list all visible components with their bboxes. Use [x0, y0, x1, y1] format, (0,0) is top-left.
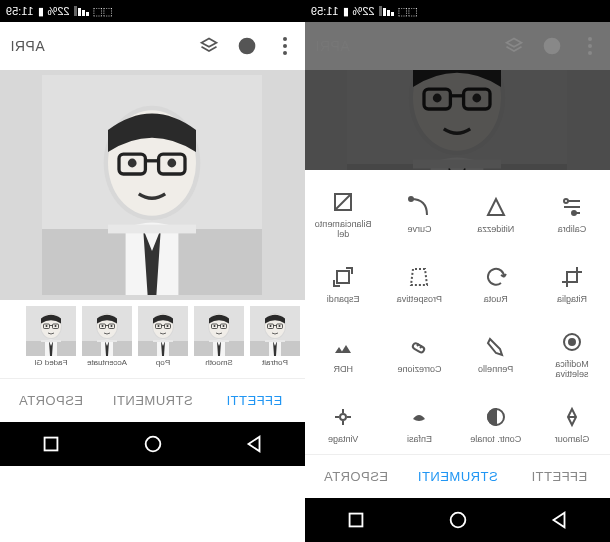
- drama-icon: [407, 405, 431, 429]
- svg-point-17: [569, 339, 575, 345]
- svg-point-27: [239, 38, 256, 55]
- svg-rect-26: [349, 514, 362, 527]
- tool-correzione[interactable]: Correzione: [381, 320, 457, 390]
- info-icon[interactable]: [542, 36, 562, 56]
- tonal-icon: [484, 405, 508, 429]
- svg-point-11: [564, 199, 568, 203]
- tab-effects[interactable]: EFFETTI: [203, 379, 305, 422]
- filter-accentuate[interactable]: Accentuate: [81, 306, 133, 378]
- status-bar: ⬚⬚ 22% ▮ 11:59: [305, 0, 610, 22]
- tab-tools[interactable]: STRUMENTI: [102, 379, 204, 422]
- tool-hdr[interactable]: HDR: [305, 320, 381, 390]
- rotate-icon: [484, 265, 508, 289]
- filter-portrait[interactable]: Portrait: [249, 306, 301, 378]
- selective-icon: [560, 330, 584, 354]
- tool-pennello[interactable]: Pennello: [458, 320, 534, 390]
- tab-tools[interactable]: STRUMENTI: [407, 455, 509, 498]
- nav-recent[interactable]: [40, 433, 62, 455]
- tool-prospettiva[interactable]: Prospettiva: [381, 250, 457, 320]
- tool-bilanciamento[interactable]: Bilanciamento del: [305, 180, 381, 250]
- svg-rect-29: [44, 438, 57, 451]
- hdr-icon: [331, 335, 355, 359]
- layers-icon[interactable]: [199, 36, 219, 56]
- menu-icon[interactable]: [580, 36, 600, 56]
- open-button[interactable]: APRI: [315, 38, 350, 54]
- open-button[interactable]: APRI: [10, 38, 45, 54]
- tool-espandi[interactable]: Espandi: [305, 250, 381, 320]
- tab-export[interactable]: ESPORTA: [305, 455, 407, 498]
- tool-glamour[interactable]: Glamour: [534, 390, 610, 454]
- screen-tools: ⬚⬚ 22% ▮ 11:59 APRI Calibra Nitidezza Cu…: [305, 0, 610, 542]
- status-bar: ⬚⬚ 22% ▮ 11:59: [0, 0, 305, 22]
- tool-selettiva[interactable]: Modifica selettiva: [534, 320, 610, 390]
- app-bar: APRI: [305, 22, 610, 70]
- photo-preview[interactable]: [0, 70, 305, 300]
- brush-icon: [484, 335, 508, 359]
- wb-icon: [331, 190, 355, 214]
- screen-effects: ⬚⬚ 22% ▮ 11:59 APRI Portrait Smooth Pop …: [0, 0, 305, 542]
- tool-vintage[interactable]: Vintage: [305, 390, 381, 454]
- tab-export[interactable]: ESPORTA: [0, 379, 102, 422]
- nav-home[interactable]: [447, 509, 469, 531]
- tool-calibra[interactable]: Calibra: [534, 180, 610, 250]
- tools-panel: Calibra Nitidezza Curve Bilanciamento de…: [305, 170, 610, 454]
- filter-faded[interactable]: Faded Gl: [25, 306, 77, 378]
- tune-icon: [560, 195, 584, 219]
- tool-ritaglia[interactable]: Ritaglia: [534, 250, 610, 320]
- bottom-tabs: EFFETTI STRUMENTI ESPORTA: [305, 454, 610, 498]
- photo-preview: [305, 70, 610, 170]
- tool-ruota[interactable]: Ruota: [458, 250, 534, 320]
- triangle-icon: [484, 195, 508, 219]
- svg-point-13: [409, 197, 413, 201]
- app-bar: APRI: [0, 22, 305, 70]
- status-battery: 22%: [353, 5, 375, 17]
- status-time: 11:59: [311, 5, 339, 17]
- android-nav: [305, 498, 610, 542]
- heal-icon: [407, 335, 431, 359]
- nav-back[interactable]: [243, 433, 265, 455]
- svg-point-28: [145, 437, 160, 452]
- nav-recent[interactable]: [345, 509, 367, 531]
- perspective-icon: [407, 265, 431, 289]
- android-nav: [0, 422, 305, 466]
- layers-icon[interactable]: [504, 36, 524, 56]
- tool-nitidezza[interactable]: Nitidezza: [458, 180, 534, 250]
- bottom-tabs: EFFETTI STRUMENTI ESPORTA: [0, 378, 305, 422]
- vintage-icon: [331, 405, 355, 429]
- nav-home[interactable]: [142, 433, 164, 455]
- filter-smooth[interactable]: Smooth: [193, 306, 245, 378]
- svg-rect-15: [337, 271, 349, 283]
- glamour-icon: [560, 405, 584, 429]
- status-time: 11:59: [6, 5, 34, 17]
- svg-point-25: [450, 513, 465, 528]
- status-battery: 22%: [48, 5, 70, 17]
- filter-pop[interactable]: Pop: [137, 306, 189, 378]
- filter-strip: Portrait Smooth Pop Accentuate Faded Gl: [0, 300, 305, 378]
- curve-icon: [407, 195, 431, 219]
- svg-point-20: [340, 414, 346, 420]
- expand-icon: [331, 265, 355, 289]
- svg-point-10: [544, 38, 561, 55]
- tool-curve[interactable]: Curve: [381, 180, 457, 250]
- menu-icon[interactable]: [275, 36, 295, 56]
- tab-effects[interactable]: EFFETTI: [508, 455, 610, 498]
- nav-back[interactable]: [548, 509, 570, 531]
- crop-icon: [560, 265, 584, 289]
- info-icon[interactable]: [237, 36, 257, 56]
- tool-tonale[interactable]: Contr. tonale: [458, 390, 534, 454]
- tool-enfasi[interactable]: Enfasi: [381, 390, 457, 454]
